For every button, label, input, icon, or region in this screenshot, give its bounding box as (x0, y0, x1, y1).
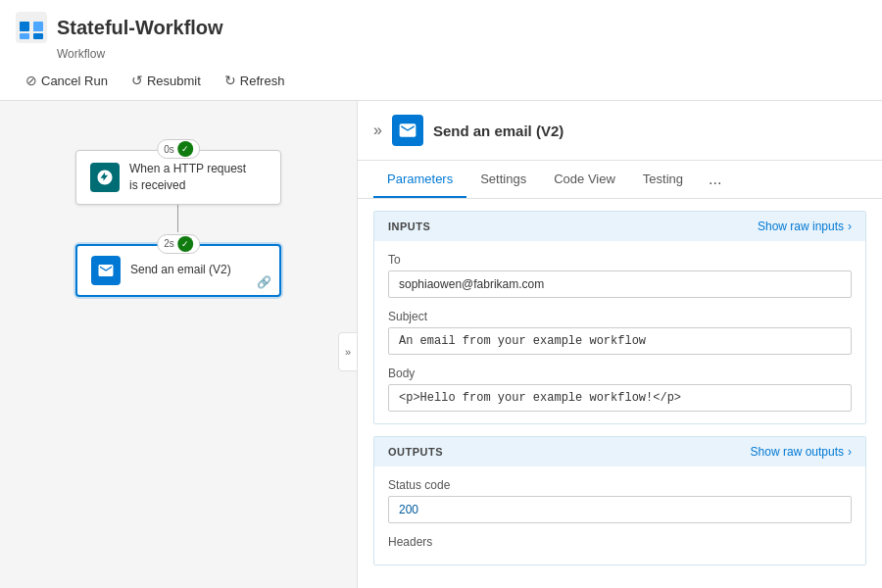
inputs-section-body: To sophiaowen@fabrikam.com Subject An em… (374, 241, 865, 423)
show-raw-outputs-link[interactable]: Show raw outputs › (751, 445, 852, 459)
chevron-right-icon-2: › (848, 445, 852, 459)
tab-more-button[interactable]: ... (701, 161, 729, 198)
headers-label: Headers (388, 535, 852, 549)
link-icon: 🔗 (257, 275, 271, 289)
inputs-section: INPUTS Show raw inputs › To sophiaowen@f… (373, 211, 866, 424)
check-icon-2: ✓ (177, 236, 193, 252)
toolbar: ⊘ Cancel Run ↺ Resubmit ↻ Refresh (16, 69, 866, 100)
http-node-icon (90, 163, 120, 192)
to-field: To sophiaowen@fabrikam.com (388, 253, 852, 298)
tab-testing[interactable]: Testing (629, 162, 697, 198)
collapse-panel-button[interactable]: » (338, 332, 358, 371)
cancel-run-button[interactable]: ⊘ Cancel Run (16, 69, 118, 92)
svg-rect-4 (33, 33, 43, 39)
tab-bar: Parameters Settings Code View Testing ..… (358, 161, 882, 199)
outputs-section-title: OUTPUTS (388, 446, 443, 458)
main-layout: 0s ✓ When a HTTP requestis received ▼ 2s (0, 101, 882, 588)
status-code-field: Status code 200 (388, 478, 852, 523)
chevron-right-icon: › (848, 220, 852, 233)
body-label: Body (388, 367, 852, 380)
http-trigger-label: When a HTTP requestis received (129, 161, 246, 194)
tab-settings[interactable]: Settings (466, 162, 540, 198)
subject-field: Subject An email from your example workf… (388, 310, 852, 355)
http-trigger-badge: 0s ✓ (157, 139, 200, 159)
subject-label: Subject (388, 310, 852, 323)
title-row: Stateful-Workflow (16, 12, 866, 43)
detail-panel-title: Send an email (V2) (433, 122, 564, 139)
detail-action-icon (392, 115, 423, 146)
svg-rect-2 (33, 22, 43, 31)
body-value: <p>Hello from your example workflow!</p> (388, 384, 852, 412)
http-trigger-node[interactable]: 0s ✓ When a HTTP requestis received (75, 150, 281, 205)
expand-icon[interactable]: » (373, 122, 382, 139)
headers-field: Headers (388, 535, 852, 549)
tab-parameters[interactable]: Parameters (373, 162, 466, 198)
show-raw-inputs-link[interactable]: Show raw inputs › (758, 220, 852, 233)
check-icon: ✓ (177, 141, 193, 157)
tab-content: INPUTS Show raw inputs › To sophiaowen@f… (358, 199, 882, 588)
detail-header: » Send an email (V2) (358, 101, 882, 161)
cancel-icon: ⊘ (25, 73, 37, 88)
status-code-label: Status code (388, 478, 852, 492)
app-icon (16, 12, 47, 43)
subject-value: An email from your example workflow (388, 327, 852, 355)
refresh-icon: ↻ (224, 73, 236, 88)
send-email-label: Send an email (V2) (130, 262, 231, 278)
resubmit-button[interactable]: ↺ Resubmit (122, 69, 211, 92)
refresh-button[interactable]: ↻ Refresh (215, 69, 295, 92)
subtitle: Workflow (57, 47, 866, 61)
workflow-canvas: 0s ✓ When a HTTP requestis received ▼ 2s (0, 101, 358, 588)
tab-code-view[interactable]: Code View (540, 162, 629, 198)
send-email-node[interactable]: 2s ✓ Send an email (V2) 🔗 (75, 244, 281, 297)
inputs-section-header: INPUTS Show raw inputs › (374, 212, 865, 241)
body-field: Body <p>Hello from your example workflow… (388, 367, 852, 412)
svg-rect-3 (20, 33, 29, 39)
inputs-section-title: INPUTS (388, 220, 430, 232)
resubmit-icon: ↺ (131, 73, 143, 88)
status-code-value: 200 (388, 496, 852, 523)
header: Stateful-Workflow Workflow ⊘ Cancel Run … (0, 0, 882, 101)
svg-rect-1 (20, 22, 29, 31)
outputs-section: OUTPUTS Show raw outputs › Status code 2… (373, 436, 866, 565)
workflow-nodes: 0s ✓ When a HTTP requestis received ▼ 2s (20, 121, 337, 297)
page-title: Stateful-Workflow (57, 17, 223, 39)
email-node-icon (91, 256, 121, 285)
detail-panel: » Send an email (V2) Parameters Settings… (358, 101, 882, 588)
outputs-section-body: Status code 200 Headers (374, 466, 865, 564)
outputs-section-header: OUTPUTS Show raw outputs › (374, 437, 865, 466)
send-email-badge: 2s ✓ (157, 234, 200, 254)
to-label: To (388, 253, 852, 267)
to-value: sophiaowen@fabrikam.com (388, 270, 852, 298)
